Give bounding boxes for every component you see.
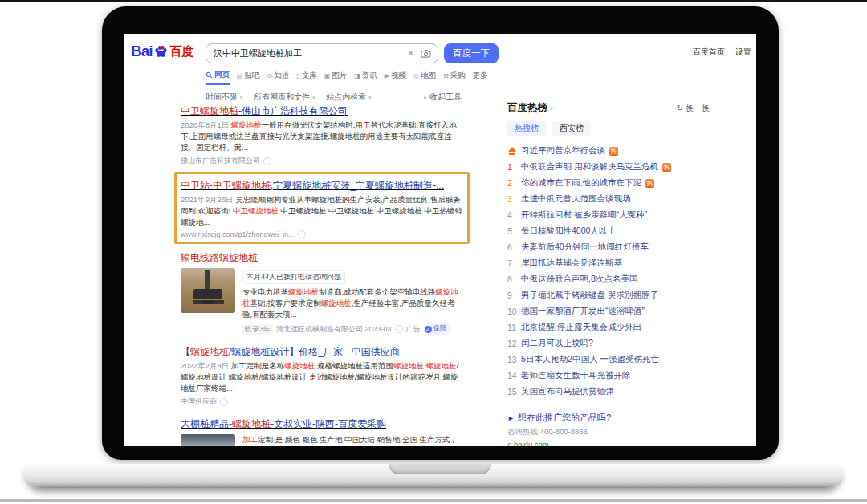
search-button[interactable]: 百度一下 (444, 43, 499, 63)
source-name: 中国供应商 (181, 396, 217, 407)
search-input[interactable] (206, 49, 402, 59)
filter-dropdown-0[interactable]: 时间不限∨ (206, 91, 243, 103)
hotlist-item[interactable]: 10德国一家酿酒厂开发出“速溶啤酒” (507, 303, 710, 319)
hotlist-item[interactable]: 5每日核酸阳性4000人以上 (507, 223, 710, 239)
rank-number: 4 (507, 210, 517, 220)
refresh-hotlist-button[interactable]: ↻ 换一换 (677, 103, 710, 114)
hotlist-title[interactable]: 百度热榜 › (507, 101, 553, 115)
hotlist-item[interactable]: 135日本人抢劫2中国人 一强盗受伤死亡 (507, 352, 710, 368)
hot-badge-icon: 热 (662, 163, 671, 172)
collapse-tools-control[interactable]: ∧ 收起工具 (423, 91, 462, 103)
filter-dropdown-1[interactable]: 所有网页和文件∨ (254, 91, 315, 103)
hotlist-item[interactable]: 11北京提醒:停止露天集会减少外出 (507, 319, 710, 335)
settings-link[interactable]: 设置 (735, 47, 751, 58)
guarantee-label: 保障 (434, 324, 447, 334)
hotlist-item-text: 北京提醒:停止露天集会减少外出 (521, 322, 641, 333)
promo-url[interactable]: e.baidu.com (507, 440, 611, 446)
hotlist-item[interactable]: 7岸田抵达基辅会见泽连斯基 (507, 255, 710, 271)
result-meta: 收录3年河北远匠机械制造有限公司 2023-03广告✓保障 (242, 323, 463, 335)
hot-badge-icon: 热 (609, 147, 618, 156)
promo-link[interactable]: ► 想在此推广您的产品吗? (507, 412, 611, 424)
text-segment: 规格螺旋地桩适用范围 (315, 361, 393, 370)
refresh-label: 换一换 (686, 103, 710, 114)
tab-map[interactable]: ◎地图 (413, 70, 436, 85)
text-segment: 螺旋地桩 (288, 287, 319, 296)
search-result: 中卫螺旋地桩-佛山市广浩科技有限公司2020年8月1日 螺旋地桩一般用在做光伏支… (181, 103, 463, 166)
text-segment: 【 (181, 346, 190, 357)
hotlist-item[interactable]: 1中俄联合声明:用和谈解决乌克兰危机热 (507, 159, 710, 175)
text-segment: 专业电力塔基 (242, 287, 288, 296)
tab-image[interactable]: ▣图片 (324, 70, 348, 85)
search-result: 【螺旋地桩/螺旋地桩设计】价格_厂家 - 中国供应商2022年2月8日 加工定制… (181, 343, 463, 407)
check-icon: ✓ (425, 326, 432, 333)
hotlist-item[interactable]: 8中俄这份联合声明,8次点名美国 (507, 271, 710, 287)
result-media-row: 本月44人已拨打电话咨询问题专业电力塔基螺旋地桩制造商,成功配套多个架空输电线路… (181, 268, 463, 335)
laptop-mockup: Bai 百度 ✕ (0, 0, 867, 504)
filter-row: 时间不限∨所有网页和文件∨站点内检索∨ (206, 91, 372, 103)
feedback-icon[interactable] (263, 157, 271, 165)
tab-zhidao-icon: ⊙ (267, 72, 273, 79)
baidu-paw-icon (153, 44, 169, 59)
filter-dropdown-2[interactable]: 站点内检索∨ (326, 91, 372, 103)
result-thumbnail[interactable] (181, 434, 235, 446)
tab-video[interactable]: ▶视频 (385, 70, 406, 85)
result-title[interactable]: 输电线路螺旋地桩 (181, 252, 258, 264)
hotlist-item[interactable]: 6夫妻前后40分钟同一地闯红灯撞车 (507, 239, 710, 255)
baidu-logo[interactable]: Bai 百度 (131, 43, 194, 60)
feedback-icon[interactable] (220, 398, 228, 406)
guarantee-badge: ✓保障 (424, 323, 451, 335)
tab-more[interactable]: 更多 (473, 70, 488, 85)
rank-number: 2 (507, 178, 517, 188)
filter-label: 站点内检索 (326, 91, 366, 103)
tab-label: 知道 (274, 71, 289, 81)
feedback-icon[interactable] (395, 325, 403, 333)
text-segment: /螺旋地桩设计】价格_厂家 - 中国供应商 (229, 346, 400, 357)
tab-caigou-icon: ⊞ (443, 72, 449, 79)
ad-label: 广告 (406, 324, 421, 335)
hotlist-tab[interactable]: 西安榜 (552, 121, 591, 136)
hotlist-item[interactable]: 3走进中俄元首大范围会谈现场 (507, 191, 710, 207)
promo-arrow-icon: ► (507, 414, 515, 422)
hotlist-item[interactable]: 2你的城市在下雨,他的城市在下泥热 (507, 175, 710, 191)
search-result: 输电线路螺旋地桩本月44人已拨打电话咨询问题专业电力塔基螺旋地桩制造商,成功配套… (181, 250, 463, 335)
hotlist-item[interactable]: 14老师连扇女生数十耳光被开除 (507, 368, 710, 384)
top-links: 百度首页 设置 (693, 47, 751, 58)
camera-search-icon[interactable] (419, 49, 438, 58)
text-segment: -佛山市广浩科技有限公司 (238, 105, 348, 116)
text-segment: 输电线路螺旋地桩 (181, 252, 258, 263)
promo-block: ► 想在此推广您的产品吗? 咨询热线:400-800-8888 e.baidu.… (507, 412, 611, 446)
hotlist-item[interactable]: 15英国宣布向乌提供贫铀弹 (507, 384, 710, 400)
hotlist-item[interactable]: 习近平同普京举行会谈热 (507, 143, 710, 159)
tab-news[interactable]: ◨资讯 (354, 70, 377, 85)
clear-search-icon[interactable]: ✕ (402, 48, 419, 59)
result-url: www.nxlsgjg.com/p1/zhongwei_in... (181, 230, 463, 238)
hotlist-item[interactable]: 12闰二月可以上坟吗? (507, 335, 710, 352)
result-snippet: 专业电力塔基螺旋地桩制造商,成功配套多个架空输电线路螺旋地桩基础,按客户要求定制… (242, 287, 463, 320)
result-title[interactable]: 【螺旋地桩/螺旋地桩设计】价格_厂家 - 中国供应商 (181, 346, 400, 358)
tab-tieba[interactable]: ▤贴吧 (237, 70, 260, 85)
baidu-home-link[interactable]: 百度首页 (693, 47, 725, 58)
hotlist-item[interactable]: 4开特斯拉回村 被乡亲群嘲“大冤种” (507, 207, 710, 223)
hotlist-item-text: 男子缅北戴手铐敲键盘 哭求别捆脖子 (521, 290, 658, 301)
result-thumbnail[interactable] (181, 268, 235, 313)
text-segment: -文叔实业-陕西-百度爱采购 (271, 418, 386, 429)
result-title[interactable]: 大棚桩精品-螺旋地桩-文叔实业-陕西-百度爱采购 (181, 418, 386, 430)
text-segment: 中卫螺旋地桩 (233, 206, 279, 215)
result-title[interactable]: 中卫站-中卫螺旋地桩,宁夏螺旋地桩安装_宁夏螺旋地桩制造-... (181, 180, 444, 192)
tab-zhidao[interactable]: ⊙知道 (267, 70, 290, 85)
hotlist-item[interactable]: 9男子缅北戴手铐敲键盘 哭求别捆脖子 (507, 287, 710, 303)
tab-wenku-icon: ▯ (296, 72, 299, 79)
rank-number: 13 (507, 355, 517, 364)
tab-web[interactable]: 网页 (206, 70, 230, 85)
hotlist-title-text: 百度热榜 (507, 102, 547, 113)
hotlist-tab[interactable]: 热搜榜 (507, 121, 546, 136)
tab-caigou[interactable]: ⊞采购 (443, 70, 466, 85)
feedback-icon[interactable] (298, 230, 306, 238)
hotlist-item-text: 夫妻前后40分钟同一地闯红灯撞车 (521, 242, 649, 253)
result-title[interactable]: 中卫螺旋地桩-佛山市广浩科技有限公司 (181, 105, 348, 117)
hotlist-item-text: 德国一家酿酒厂开发出“速溶啤酒” (521, 306, 645, 317)
rank-number: 5 (507, 226, 517, 236)
hotlist-item-text: 岸田抵达基辅会见泽连斯基 (521, 258, 622, 269)
result-source: 中国供应商 (181, 396, 463, 407)
tab-wenku[interactable]: ▯文库 (296, 70, 316, 85)
